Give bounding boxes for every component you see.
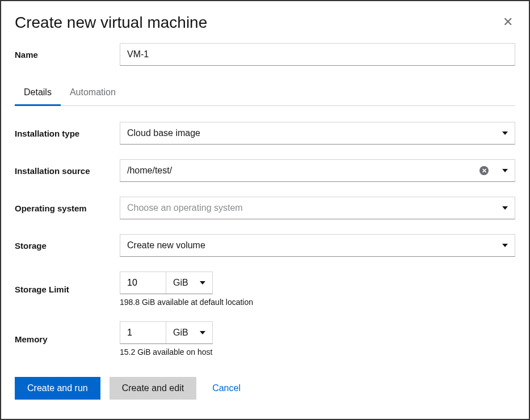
caret-down-icon [502, 206, 508, 210]
storage-value: Create new volume [127, 240, 497, 251]
memory-help: 15.2 GiB available on host [120, 347, 515, 357]
close-icon[interactable]: ✕ [500, 14, 515, 31]
operating-system-label: Operating system [15, 203, 120, 213]
create-vm-dialog: Create new virtual machine ✕ Name Detail… [0, 0, 530, 420]
cancel-button[interactable]: Cancel [205, 377, 247, 400]
memory-input[interactable] [120, 322, 166, 343]
memory-unit-select[interactable]: GiB [166, 322, 212, 343]
storage-select[interactable]: Create new volume [120, 234, 515, 257]
caret-down-icon [200, 281, 205, 285]
installation-type-value: Cloud base image [127, 128, 497, 138]
installation-source-label: Installation source [15, 166, 120, 176]
dialog-title: Create new virtual machine [15, 14, 207, 32]
caret-down-icon [502, 169, 508, 172]
caret-down-icon [502, 131, 508, 135]
name-label: Name [15, 50, 120, 60]
installation-source-value: /home/test/ [127, 166, 479, 176]
tabs: Details Automation [15, 82, 515, 106]
clear-icon[interactable]: ✕ [479, 166, 489, 175]
caret-down-icon [200, 331, 205, 334]
installation-type-select[interactable]: Cloud base image [120, 122, 515, 145]
storage-limit-input[interactable] [120, 272, 166, 294]
installation-source-combo[interactable]: /home/test/ ✕ [120, 159, 515, 182]
storage-limit-label: Storage Limit [15, 285, 120, 294]
installation-type-label: Installation type [15, 129, 120, 138]
create-and-run-button[interactable]: Create and run [15, 377, 100, 400]
name-input[interactable] [120, 43, 515, 66]
storage-limit-help: 198.8 GiB available at default location [120, 298, 515, 307]
operating-system-select[interactable]: Choose an operating system [120, 197, 515, 219]
storage-limit-unit-select[interactable]: GiB [166, 272, 212, 294]
caret-down-icon [502, 244, 508, 247]
tab-details[interactable]: Details [15, 82, 61, 106]
operating-system-placeholder: Choose an operating system [127, 203, 497, 213]
storage-limit-unit: GiB [173, 278, 188, 288]
create-and-edit-button[interactable]: Create and edit [110, 377, 196, 400]
memory-label: Memory [15, 334, 120, 344]
storage-label: Storage [15, 241, 120, 251]
dialog-footer: Create and run Create and edit Cancel [15, 377, 515, 400]
memory-unit: GiB [173, 328, 188, 338]
tab-automation[interactable]: Automation [61, 82, 125, 106]
